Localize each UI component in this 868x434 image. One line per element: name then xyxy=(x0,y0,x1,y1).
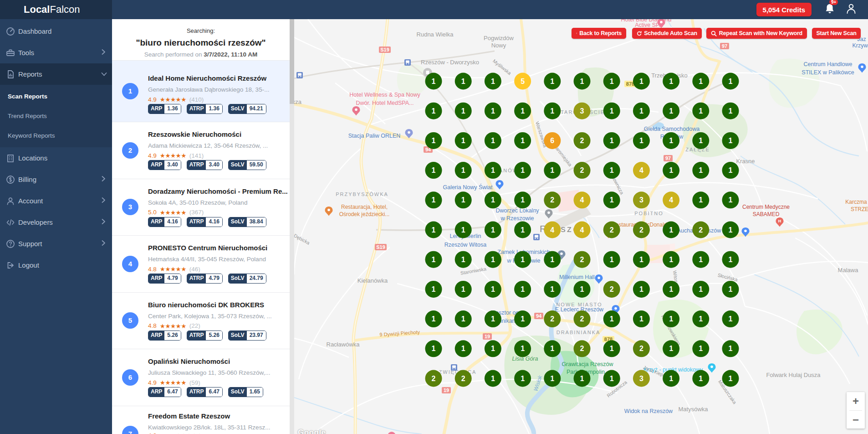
rank-marker[interactable]: 1 xyxy=(722,73,739,90)
map-canvas[interactable]: Rudna WielkaPogwizdówNowyRzeszów - Dworz… xyxy=(294,19,868,434)
rank-marker[interactable]: 1 xyxy=(574,73,591,90)
rank-marker[interactable]: 1 xyxy=(692,310,709,327)
rank-marker[interactable]: 2 xyxy=(425,370,442,387)
rank-marker[interactable]: 1 xyxy=(485,370,501,387)
schedule-auto-scan-button[interactable]: Schedule Auto Scan xyxy=(632,28,702,39)
rank-marker[interactable]: 1 xyxy=(574,281,591,298)
rank-marker[interactable]: 1 xyxy=(514,340,531,357)
rank-marker[interactable]: 1 xyxy=(603,132,620,149)
sidebar-item-locations[interactable]: Locations xyxy=(0,147,112,169)
rank-marker[interactable]: 1 xyxy=(544,370,561,387)
rank-marker[interactable]: 1 xyxy=(633,132,650,149)
rank-marker[interactable]: 1 xyxy=(544,73,561,90)
panel-scrollbar-thumb[interactable] xyxy=(290,19,294,104)
rank-marker[interactable]: 1 xyxy=(603,191,620,208)
rank-marker[interactable]: 1 xyxy=(603,340,620,357)
rank-marker[interactable]: 1 xyxy=(722,281,739,298)
rank-marker[interactable]: 1 xyxy=(425,162,442,179)
rank-marker[interactable]: 1 xyxy=(455,310,472,327)
result-item-4[interactable]: 4PRONESTO Centrum NieruchomościHetmańska… xyxy=(112,236,290,293)
rank-marker[interactable]: 1 xyxy=(633,251,650,268)
rank-marker[interactable]: 1 xyxy=(425,103,442,119)
rank-marker[interactable]: 1 xyxy=(692,340,709,357)
rank-marker[interactable]: 1 xyxy=(455,222,472,238)
rank-marker[interactable]: 4 xyxy=(544,222,561,238)
sidebar-item-account[interactable]: Account xyxy=(0,190,112,212)
rank-marker[interactable]: 1 xyxy=(485,73,501,90)
rank-marker[interactable]: 1 xyxy=(485,310,501,327)
rank-marker[interactable]: 1 xyxy=(722,132,739,149)
rank-marker[interactable]: 2 xyxy=(633,340,650,357)
rank-marker[interactable]: 2 xyxy=(574,251,591,268)
rank-marker[interactable]: 1 xyxy=(425,310,442,327)
rank-marker[interactable]: 2 xyxy=(544,191,561,208)
rank-marker[interactable]: 1 xyxy=(544,281,561,298)
rank-marker[interactable]: 1 xyxy=(485,162,501,179)
rank-marker[interactable]: 1 xyxy=(692,251,709,268)
rank-marker[interactable]: 1 xyxy=(455,281,472,298)
rank-marker[interactable]: 1 xyxy=(485,340,501,357)
rank-marker[interactable]: 1 xyxy=(514,370,531,387)
rank-marker[interactable]: 2 xyxy=(574,162,591,179)
sidebar-subitem-trend-reports[interactable]: Trend Reports xyxy=(0,106,112,126)
rank-marker[interactable]: 4 xyxy=(574,191,591,208)
rank-marker[interactable]: 1 xyxy=(692,132,709,149)
rank-marker[interactable]: 1 xyxy=(514,191,531,208)
rank-marker[interactable]: 4 xyxy=(633,162,650,179)
sidebar-item-support[interactable]: Support xyxy=(0,233,112,254)
rank-marker[interactable]: 1 xyxy=(692,73,709,90)
rank-marker[interactable]: 1 xyxy=(514,310,531,327)
rank-marker[interactable]: 6 xyxy=(544,132,561,149)
sidebar-item-billing[interactable]: Billing xyxy=(0,169,112,190)
rank-marker[interactable]: 2 xyxy=(574,310,591,327)
rank-marker[interactable]: 1 xyxy=(544,251,561,268)
rank-marker[interactable]: 1 xyxy=(455,251,472,268)
result-item-1[interactable]: 1Ideal Home Nieruchomości RzeszówGenerał… xyxy=(112,61,290,122)
rank-marker[interactable]: 1 xyxy=(722,340,739,357)
rank-marker[interactable]: 1 xyxy=(455,132,472,149)
rank-marker[interactable]: 1 xyxy=(455,340,472,357)
rank-marker[interactable]: 1 xyxy=(633,103,650,119)
rank-marker[interactable]: 4 xyxy=(663,191,679,208)
rank-marker[interactable]: 1 xyxy=(425,132,442,149)
start-new-scan-button[interactable]: Start New Scan xyxy=(812,28,861,39)
rank-marker[interactable]: 1 xyxy=(514,162,531,179)
result-item-3[interactable]: 3Doradzamy Nieruchomości - Premium Re...… xyxy=(112,179,290,236)
rank-marker[interactable]: 1 xyxy=(485,251,501,268)
sidebar-item-reports[interactable]: Reports xyxy=(0,63,112,85)
rank-marker[interactable]: 1 xyxy=(544,103,561,119)
rank-marker[interactable]: 2 xyxy=(603,222,620,238)
rank-marker[interactable]: 1 xyxy=(663,370,679,387)
rank-marker[interactable]: 1 xyxy=(514,281,531,298)
rank-marker[interactable]: 1 xyxy=(455,162,472,179)
rank-marker[interactable]: 1 xyxy=(722,103,739,119)
rank-marker[interactable]: 1 xyxy=(663,132,679,149)
rank-marker[interactable]: 1 xyxy=(603,251,620,268)
rank-marker[interactable]: 2 xyxy=(692,222,709,238)
rank-marker[interactable]: 1 xyxy=(425,222,442,238)
rank-marker[interactable]: 1 xyxy=(455,191,472,208)
rank-marker[interactable]: 2 xyxy=(544,310,561,327)
rank-marker[interactable]: 5 xyxy=(514,73,531,90)
panel-scrollbar[interactable] xyxy=(290,19,294,434)
rank-marker[interactable]: 1 xyxy=(633,310,650,327)
rank-marker[interactable]: 2 xyxy=(603,281,620,298)
rank-marker[interactable]: 1 xyxy=(544,162,561,179)
rank-marker[interactable]: 1 xyxy=(663,310,679,327)
rank-marker[interactable]: 1 xyxy=(514,132,531,149)
result-item-2[interactable]: 2Rzeszowskie NieruchomościAdama Mickiewi… xyxy=(112,122,290,179)
result-item-5[interactable]: 5Biuro nieruchomości DK BROKERSCenter Pa… xyxy=(112,293,290,350)
rank-marker[interactable]: 1 xyxy=(722,251,739,268)
rank-marker[interactable]: 1 xyxy=(485,281,501,298)
rank-marker[interactable]: 1 xyxy=(425,340,442,357)
rank-marker[interactable]: 1 xyxy=(633,73,650,90)
rank-marker[interactable]: 1 xyxy=(574,370,591,387)
rank-marker[interactable]: 1 xyxy=(692,103,709,119)
rank-marker[interactable]: 1 xyxy=(722,310,739,327)
rank-marker[interactable]: 4 xyxy=(574,222,591,238)
credits-button[interactable]: 5,054 Credits xyxy=(756,3,812,16)
rank-marker[interactable]: 2 xyxy=(574,340,591,357)
repeat-scan-new-keyword-button[interactable]: Repeat Scan with New Keyword xyxy=(706,28,807,39)
rank-marker[interactable]: 1 xyxy=(663,281,679,298)
rank-marker[interactable]: 1 xyxy=(722,162,739,179)
